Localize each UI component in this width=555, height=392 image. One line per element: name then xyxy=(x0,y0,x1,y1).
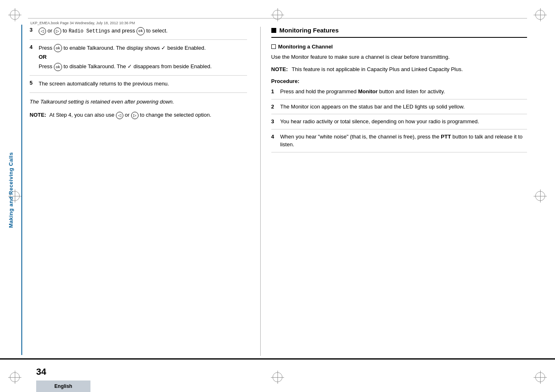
sidebar-label-text: Making and Receiving Calls xyxy=(8,152,14,228)
column-divider xyxy=(260,27,261,356)
subsection-title: Monitoring a Channel xyxy=(278,44,333,50)
right-step-4-content: When you hear "white noise" (that is, th… xyxy=(280,133,527,149)
sidebar-border xyxy=(21,25,22,355)
english-tab: English xyxy=(36,380,90,392)
note-label: NOTE: xyxy=(30,111,48,119)
note-right-label: NOTE: xyxy=(271,65,290,74)
section-title: Monitoring Features xyxy=(280,27,339,34)
note-block: NOTE: At Step 4, you can also use ◁ or ▷… xyxy=(30,111,247,119)
section-heading-square xyxy=(271,28,276,33)
step-3: 3 ◁ or ▷ to Radio Settings and press ok … xyxy=(30,27,247,40)
right-arrow-btn-3: ▷ xyxy=(54,28,61,35)
corner-deco-tr xyxy=(534,8,547,21)
right-step-3-content: You hear radio activity or total silence… xyxy=(280,118,479,126)
step-5-content: The screen automatically returns to the … xyxy=(39,80,169,88)
left-arrow-note: ◁ xyxy=(116,112,123,119)
right-step-3: 3 You hear radio activity or total silen… xyxy=(271,118,527,129)
mid-deco-bottom xyxy=(271,371,284,384)
section-heading: Monitoring Features xyxy=(271,27,527,38)
step-4-num: 4 xyxy=(30,44,35,71)
ok-btn-3: ok xyxy=(136,27,145,35)
right-step-4: 4 When you hear "white noise" (that is, … xyxy=(271,133,527,152)
right-step-1-content: Press and hold the programmed Monitor bu… xyxy=(280,88,445,96)
mid-deco-top xyxy=(271,8,284,21)
note-content: At Step 4, you can also use ◁ or ▷ to ch… xyxy=(49,111,211,119)
description: Use the Monitor feature to make sure a c… xyxy=(271,53,527,61)
sidebar-label: Making and Receiving Calls xyxy=(0,25,21,355)
note-right-content: This feature is not applicable in Capaci… xyxy=(292,65,463,74)
subsection-heading: Monitoring a Channel xyxy=(271,44,527,50)
step-3-content: ◁ or ▷ to Radio Settings and press ok to… xyxy=(39,27,168,35)
right-step-4-num: 4 xyxy=(271,133,277,149)
step-5-num: 5 xyxy=(30,80,35,88)
italic-note: The Talkaround setting is retained even … xyxy=(30,98,247,106)
ok-btn-4a: ok xyxy=(54,44,62,52)
corner-deco-tl xyxy=(8,8,21,21)
right-step-1: 1 Press and hold the programmed Monitor … xyxy=(271,88,527,99)
mid-deco-right xyxy=(534,189,547,203)
step-5: 5 The screen automatically returns to th… xyxy=(30,80,247,93)
ok-btn-4b: ok xyxy=(54,63,62,71)
step-4-content: Press ok to enable Talkaround. The displ… xyxy=(39,44,212,71)
procedure-label: Procedure: xyxy=(271,78,527,84)
right-arrow-note: ▷ xyxy=(131,112,139,119)
step-3-num: 3 xyxy=(30,27,35,35)
right-step-2-content: The Monitor icon appears on the status b… xyxy=(280,103,465,111)
right-column: Monitoring Features Monitoring a Channel… xyxy=(262,27,527,356)
left-column: 3 ◁ or ▷ to Radio Settings and press ok … xyxy=(30,27,259,356)
subsection-icon xyxy=(271,44,276,49)
right-step-1-num: 1 xyxy=(271,88,277,96)
step-4: 4 Press ok to enable Talkaround. The dis… xyxy=(30,44,247,76)
right-step-2-num: 2 xyxy=(271,103,277,111)
page-number: 34 xyxy=(36,367,46,377)
header-text: LKP_EMEA.book Page 34 Wednesday, July 18… xyxy=(30,21,135,25)
right-step-3-num: 3 xyxy=(271,118,277,126)
or-label: OR xyxy=(39,53,212,62)
right-step-2: 2 The Monitor icon appears on the status… xyxy=(271,103,527,115)
content-area: 3 ◁ or ▷ to Radio Settings and press ok … xyxy=(30,27,527,356)
note-block-right: NOTE: This feature is not applicable in … xyxy=(271,65,527,74)
left-arrow-btn-3: ◁ xyxy=(39,28,46,35)
